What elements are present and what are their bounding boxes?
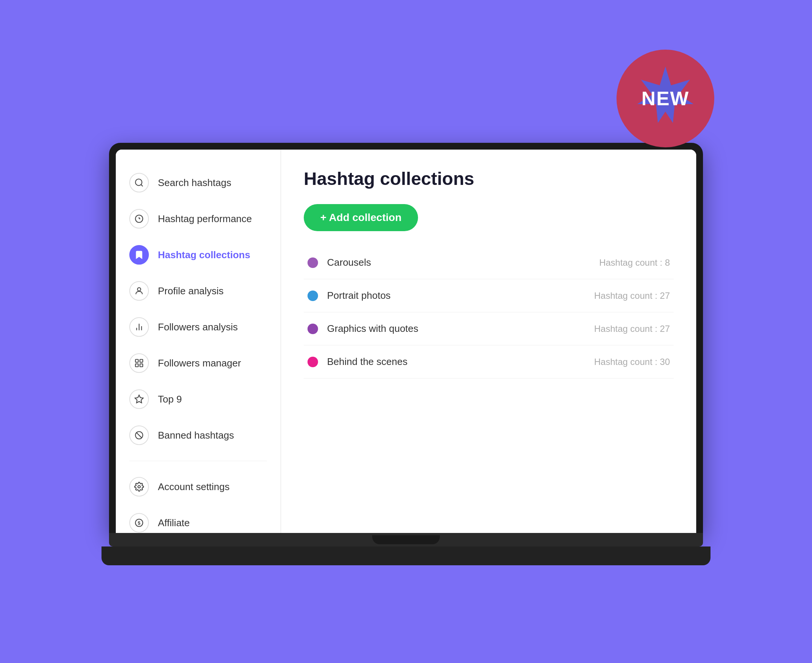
- laptop-screen-wrapper: Search hashtags Hashtag performance: [109, 143, 703, 533]
- top-9-label: Top 9: [158, 393, 182, 405]
- sidebar-item-affiliate[interactable]: $ Affiliate: [116, 505, 280, 533]
- search-hashtags-icon: [129, 173, 149, 192]
- add-collection-button[interactable]: + Add collection: [304, 204, 418, 231]
- svg-marker-14: [135, 395, 143, 403]
- sidebar-item-account-settings[interactable]: Account settings: [116, 469, 280, 505]
- new-badge: NEW: [616, 50, 714, 147]
- sidebar-item-top-9[interactable]: Top 9: [116, 381, 280, 417]
- collection-count-behind-the-scenes: Hashtag count : 30: [565, 357, 670, 367]
- svg-point-6: [137, 288, 141, 291]
- svg-rect-11: [140, 359, 143, 362]
- collection-name-graphics-with-quotes: Graphics with quotes: [327, 323, 556, 335]
- collection-row-behind-the-scenes[interactable]: Behind the scenes Hashtag count : 30: [304, 345, 674, 378]
- search-hashtags-label: Search hashtags: [158, 177, 231, 189]
- sidebar-item-search-hashtags[interactable]: Search hashtags: [116, 165, 280, 201]
- collection-count-carousels: Hashtag count : 8: [565, 257, 670, 268]
- new-star-decoration: NEW: [632, 65, 699, 132]
- hashtag-collections-icon: [129, 245, 149, 265]
- svg-point-17: [138, 485, 141, 488]
- sidebar-item-followers-analysis[interactable]: Followers analysis: [116, 309, 280, 345]
- banned-hashtags-label: Banned hashtags: [158, 430, 234, 441]
- sidebar-divider: [129, 461, 267, 461]
- sidebar-item-hashtag-performance[interactable]: Hashtag performance: [116, 201, 280, 237]
- collection-row-graphics-with-quotes[interactable]: Graphics with quotes Hashtag count : 27: [304, 312, 674, 345]
- sidebar-item-profile-analysis[interactable]: Profile analysis: [116, 273, 280, 309]
- new-badge-text: NEW: [641, 87, 689, 110]
- top-9-icon: [129, 390, 149, 409]
- collection-dot-portrait-photos: [307, 291, 318, 301]
- sidebar-item-followers-manager[interactable]: Followers manager: [116, 345, 280, 381]
- collection-name-carousels: Carousels: [327, 257, 556, 268]
- laptop-notch: [372, 535, 440, 544]
- svg-rect-10: [135, 359, 138, 362]
- collection-count-graphics-with-quotes: Hashtag count : 27: [565, 323, 670, 334]
- sidebar-item-banned-hashtags[interactable]: Banned hashtags: [116, 417, 280, 453]
- collection-row-portrait-photos[interactable]: Portrait photos Hashtag count : 27: [304, 279, 674, 312]
- followers-manager-label: Followers manager: [158, 357, 241, 369]
- collection-row-carousels[interactable]: Carousels Hashtag count : 8: [304, 246, 674, 279]
- banned-hashtags-icon: [129, 425, 149, 445]
- sidebar-item-hashtag-collections[interactable]: Hashtag collections: [116, 237, 280, 273]
- collection-dot-behind-the-scenes: [307, 357, 318, 367]
- collection-dot-carousels: [307, 257, 318, 268]
- followers-manager-icon: [129, 353, 149, 373]
- svg-rect-12: [135, 364, 138, 367]
- affiliate-label: Affiliate: [158, 517, 190, 529]
- collection-name-behind-the-scenes: Behind the scenes: [327, 356, 556, 367]
- followers-analysis-icon: [129, 317, 149, 337]
- page-title: Hashtag collections: [304, 168, 674, 189]
- laptop-bottom-base: [102, 547, 710, 565]
- profile-analysis-icon: [129, 281, 149, 301]
- account-settings-label: Account settings: [158, 481, 230, 493]
- hashtag-collections-label: Hashtag collections: [158, 249, 251, 261]
- svg-line-16: [136, 432, 142, 438]
- svg-line-2: [141, 184, 143, 186]
- svg-text:$: $: [137, 520, 141, 526]
- main-content: Hashtag collections + Add collection Car…: [281, 150, 696, 533]
- account-settings-icon: [129, 477, 149, 496]
- hashtag-performance-icon: [129, 209, 149, 228]
- affiliate-icon: $: [129, 513, 149, 533]
- collection-count-portrait-photos: Hashtag count : 27: [565, 291, 670, 301]
- collection-name-portrait-photos: Portrait photos: [327, 290, 556, 301]
- svg-point-1: [135, 179, 142, 185]
- hashtag-performance-label: Hashtag performance: [158, 213, 252, 225]
- profile-analysis-label: Profile analysis: [158, 285, 224, 297]
- collection-dot-graphics-with-quotes: [307, 323, 318, 334]
- sidebar: Search hashtags Hashtag performance: [116, 150, 281, 533]
- scene: NEW Search hashtags: [68, 50, 744, 613]
- svg-rect-13: [140, 364, 143, 367]
- followers-analysis-label: Followers analysis: [158, 321, 238, 333]
- laptop: Search hashtags Hashtag performance: [109, 143, 703, 565]
- collections-list: Carousels Hashtag count : 8 Portrait pho…: [304, 246, 674, 378]
- laptop-base: [109, 533, 703, 547]
- laptop-screen: Search hashtags Hashtag performance: [116, 150, 696, 533]
